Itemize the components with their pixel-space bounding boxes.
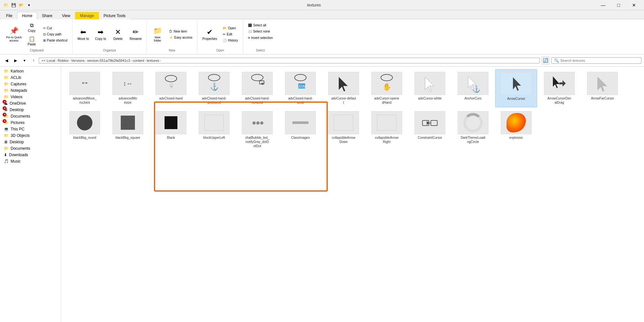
file-item-anchorcursor[interactable]: ⚓ AnchorCurs xyxy=(452,69,494,107)
file-item-arrowcursor[interactable]: ArrowCursor xyxy=(495,69,537,107)
rename-button[interactable]: ✏ Rename xyxy=(127,25,144,44)
edit-button[interactable]: ✏ Edit xyxy=(221,32,240,37)
sidebar-item-music[interactable]: 🎵 Music xyxy=(0,158,61,165)
file-item-advancedmoe[interactable]: ↕↔ advancedMoesize xyxy=(107,69,149,107)
file-item-advclosed-noweld[interactable]: advClosed-hand-no-weld xyxy=(236,69,278,107)
back-button[interactable]: ◀ xyxy=(3,57,10,64)
file-item-advclosed-anchor[interactable]: ⚓ advClosed-hand-anchored xyxy=(193,69,235,107)
path-local[interactable]: << Local xyxy=(42,59,55,62)
file-item-constraintcursor[interactable]: ConstraintCursor xyxy=(409,109,451,151)
file-thumbnail xyxy=(501,72,532,95)
maximize-button[interactable]: □ xyxy=(611,0,626,10)
invert-icon: ⧈ xyxy=(248,36,250,40)
file-item-advcursor-default[interactable]: advCursor-default xyxy=(323,69,365,107)
delete-button[interactable]: ✕ Delete xyxy=(110,25,126,44)
sidebar-item-karlson[interactable]: 📁 Karlson xyxy=(0,68,61,74)
forward-button[interactable]: ▶ xyxy=(12,57,19,64)
invert-selection-button[interactable]: ⧈ Invert selection xyxy=(246,35,275,41)
clipboard-buttons: 📌 Pin to Quick access ⧉ Copy 📋 Paste ✂ C… xyxy=(4,21,70,47)
sidebar-item-documents1[interactable]: 📁 ✕ Documents xyxy=(0,113,61,119)
file-item-blockupperleft[interactable]: blockUpperLeft xyxy=(193,109,235,151)
svg-point-23 xyxy=(256,121,260,125)
easy-access-button[interactable]: ⚡ Easy access xyxy=(167,35,194,40)
new-folder-button[interactable]: 📁 New folder xyxy=(149,25,166,44)
open-buttons: ✔ Properties 📂 Open ✏ Edit 🕐 History xyxy=(200,21,240,47)
file-item-blackbkg-square[interactable]: blackBkg_square xyxy=(107,109,149,151)
refresh-button[interactable]: 🔄 xyxy=(541,56,550,65)
search-box[interactable]: 🔍 xyxy=(551,57,641,64)
file-item-arrowcursordecaldrag[interactable]: ArrowCursorDecalDrag xyxy=(538,69,580,107)
path-versions[interactable]: Versions xyxy=(71,59,85,62)
tab-picture-tools[interactable]: Manage xyxy=(75,12,99,19)
cut-button[interactable]: ✂ Cut xyxy=(41,25,70,31)
select-none-button[interactable]: ⬜ Select none xyxy=(246,29,275,34)
sidebar-item-aclib[interactable]: 📁 ACLib xyxy=(0,74,61,81)
sidebar-item-documents2[interactable]: 📁 Documents xyxy=(0,145,61,152)
pin-to-quick-access-button[interactable]: 📌 Pin to Quick access xyxy=(4,25,24,44)
file-item-advclosed-weld[interactable]: JOIN advClosed-hand-weld xyxy=(279,69,321,107)
tab-file[interactable]: File xyxy=(1,12,17,19)
tab-picture-tools-sub[interactable]: Picture Tools xyxy=(99,12,130,19)
path-textures[interactable]: textures xyxy=(147,59,159,62)
svg-text:⚓: ⚓ xyxy=(472,85,480,93)
tab-home[interactable]: Home xyxy=(17,12,37,19)
up-button[interactable]: ↑ xyxy=(30,57,37,64)
open-label: Open xyxy=(216,47,224,52)
address-path[interactable]: << Local › Roblox › Versions › version-5… xyxy=(39,58,540,63)
tab-share[interactable]: Share xyxy=(37,12,57,19)
copy-to-button[interactable]: ➡ Copy to xyxy=(92,25,109,44)
file-item-darkthemeloading[interactable]: DarkThemeLoadingCircle xyxy=(452,109,494,151)
file-item-explosion[interactable]: explosion xyxy=(495,109,537,151)
select-all-button[interactable]: ⬛ Select all xyxy=(246,23,275,28)
file-name: chatBubble_bot_notifyGray_dotDotDot xyxy=(245,136,269,148)
sidebar-item-downloads[interactable]: ⬇ Downloads xyxy=(0,152,61,158)
file-thumbnail xyxy=(414,111,445,134)
close-button[interactable]: ✕ xyxy=(627,0,641,10)
sidebar-item-videos[interactable]: 📁 Videos xyxy=(0,94,61,100)
sidebar-item-desktop2[interactable]: 🖥 Desktop xyxy=(0,139,61,145)
dropdown-arrow-icon[interactable]: ▾ xyxy=(26,2,32,8)
sidebar-item-captures[interactable]: 📁 Captures xyxy=(0,81,61,87)
move-to-button[interactable]: ⬅ Move to xyxy=(75,25,91,44)
paste-button[interactable]: 📋 Paste xyxy=(25,34,38,47)
file-item-advcursor-openedhand[interactable]: ✋ advCursor-openedHand xyxy=(366,69,408,107)
sidebar-item-pictures[interactable]: 📁 ✕ Pictures xyxy=(0,119,61,126)
file-item-classimages[interactable]: ClassImages xyxy=(279,109,321,151)
file-item-advancedmove[interactable]: ↔ advancedMove_noJoint xyxy=(64,69,106,107)
paste-shortcut-button[interactable]: ⊞ Paste shortcut xyxy=(41,38,70,43)
sidebar-item-3d-objects[interactable]: 📁 3D Objects xyxy=(0,132,61,139)
folder-icon: 📁 xyxy=(4,75,9,80)
minimize-button[interactable]: — xyxy=(596,0,611,10)
file-name: advancedMoesize xyxy=(118,96,137,105)
file-name: Blank xyxy=(167,136,175,140)
new-item-button[interactable]: 🗒 New item xyxy=(167,29,194,34)
sidebar-item-label: Desktop xyxy=(10,140,24,144)
sidebar-item-this-pc[interactable]: 💻 This PC xyxy=(0,126,61,132)
file-item-collapsiblearrowright[interactable]: collapsibleArrowRight xyxy=(366,109,408,151)
file-item-advclosed[interactable]: ☟ advClosed-hand xyxy=(150,69,192,107)
file-thumbnail xyxy=(112,111,143,134)
path-content[interactable]: content xyxy=(133,59,144,62)
path-roblox[interactable]: Roblox xyxy=(58,59,69,62)
file-item-blackbkg-round[interactable]: blackBkg_round xyxy=(64,109,106,151)
search-input[interactable] xyxy=(560,59,639,62)
file-item-advcursor-white[interactable]: advCursor-white xyxy=(409,69,451,107)
path-version-id[interactable]: version-551a78b2fa5841c3 xyxy=(87,59,130,62)
sidebar-item-desktop1[interactable]: 🖥 ✕ Desktop xyxy=(0,107,61,113)
file-item-arrowfarcursor[interactable]: ArrowFarCursor xyxy=(582,69,623,107)
recent-locations-button[interactable]: ▾ xyxy=(21,57,28,64)
copy-button[interactable]: ⧉ Copy xyxy=(25,21,38,34)
open-button[interactable]: 📂 Open xyxy=(221,25,240,31)
file-item-chatbubble[interactable]: chatBubble_bot_notifyGray_dotDotDot xyxy=(236,109,278,151)
sidebar-item-onedrive[interactable]: ☁ ✕ OneDrive xyxy=(0,100,61,107)
file-item-blank[interactable]: Blank xyxy=(150,109,192,151)
file-item-collapsiblearrowdown[interactable]: collapsibleArrowDown xyxy=(323,109,365,151)
file-grid: ↔ advancedMove_noJoint ↕↔ advancedMoesiz… xyxy=(64,69,641,151)
file-name: advClosed-hand xyxy=(159,96,183,100)
history-button[interactable]: 🕐 History xyxy=(221,38,240,43)
file-thumbnail xyxy=(587,72,618,95)
sidebar-item-notepads[interactable]: 📁 Notepads xyxy=(0,87,61,94)
tab-view[interactable]: View xyxy=(57,12,75,19)
copy-path-button[interactable]: ⊡ Copy path xyxy=(41,32,70,37)
properties-button[interactable]: ✔ Properties xyxy=(200,25,219,44)
